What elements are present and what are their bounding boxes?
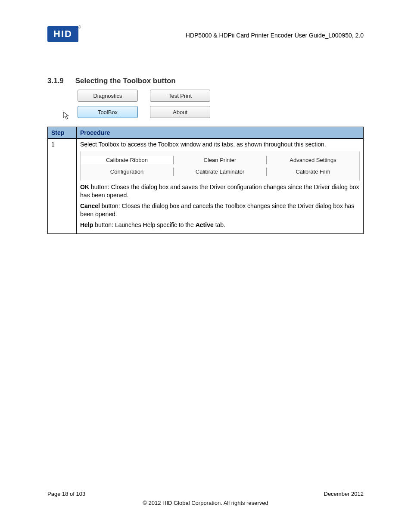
tab-calibrate-laminator[interactable]: Calibrate Laminator: [174, 168, 267, 176]
button-group: Diagnostics Test Print ToolBox About: [78, 90, 364, 118]
active-bold: Active: [196, 221, 214, 228]
help-description: Help button: Launches Help specific to t…: [80, 221, 360, 229]
toolbox-label: ToolBox: [98, 109, 118, 115]
help-end: tab.: [214, 221, 225, 228]
about-label: About: [173, 109, 187, 115]
table-header-step: Step: [48, 127, 77, 139]
tab-calibrate-ribbon[interactable]: Calibrate Ribbon: [81, 156, 174, 164]
diagnostics-label: Diagnostics: [93, 93, 122, 99]
logo: HID ®: [47, 26, 78, 42]
tab-label: Configuration: [110, 168, 143, 175]
document-title: HDP5000 & HDPii Card Printer Encoder Use…: [186, 26, 364, 39]
table-header-procedure: Procedure: [77, 127, 364, 139]
tab-label: Clean Printer: [204, 157, 237, 163]
help-text: button: Launches Help specific to the: [93, 221, 195, 228]
section-number: 3.1.9: [47, 77, 73, 85]
about-button[interactable]: About: [150, 106, 210, 118]
test-print-label: Test Print: [168, 93, 192, 99]
tab-calibrate-film[interactable]: Calibrate Film: [267, 168, 359, 176]
copyright: © 2012 HID Global Corporation. All right…: [47, 500, 364, 506]
cursor-icon: [62, 111, 70, 121]
procedure-intro: Select Toolbox to access the Toolbox win…: [80, 141, 360, 148]
procedure-cell: Select Toolbox to access the Toolbox win…: [77, 139, 364, 234]
footer-date: December 2012: [324, 491, 364, 497]
cancel-text: button: Closes the dialog box and cancel…: [80, 202, 354, 218]
page-header: HID ® HDP5000 & HDPii Card Printer Encod…: [47, 26, 364, 42]
toolbox-button[interactable]: ToolBox: [78, 106, 138, 118]
tab-label: Calibrate Ribbon: [106, 157, 148, 163]
cancel-bold: Cancel: [80, 202, 100, 209]
diagnostics-button[interactable]: Diagnostics: [78, 90, 138, 102]
tabs-container: Calibrate Ribbon Clean Printer Advanced …: [80, 151, 360, 180]
page-footer: Page 18 of 103 December 2012 © 2012 HID …: [47, 491, 364, 506]
tab-advanced-settings[interactable]: Advanced Settings: [267, 156, 359, 164]
tab-label: Calibrate Laminator: [196, 168, 244, 175]
description-block: OK button: Closes the dialog box and sav…: [80, 183, 360, 229]
page-number: Page 18 of 103: [47, 491, 85, 497]
tab-label: Calibrate Film: [296, 168, 330, 175]
tab-configuration[interactable]: Configuration: [81, 168, 174, 176]
ok-description: OK button: Closes the dialog box and sav…: [80, 183, 360, 199]
step-number: 1: [48, 139, 77, 234]
cancel-description: Cancel button: Closes the dialog box and…: [80, 202, 360, 218]
ok-text: button: Closes the dialog box and saves …: [80, 184, 359, 199]
procedure-table: Step Procedure 1 Select Toolbox to acces…: [47, 127, 364, 234]
section-title: Selecting the Toolbox button: [75, 77, 176, 85]
test-print-button[interactable]: Test Print: [150, 90, 210, 102]
tab-clean-printer[interactable]: Clean Printer: [174, 156, 267, 164]
registered-mark: ®: [78, 25, 82, 29]
help-bold: Help: [80, 221, 93, 228]
tab-label: Advanced Settings: [290, 157, 336, 163]
section-heading: 3.1.9 Selecting the Toolbox button: [47, 77, 364, 85]
logo-text: HID: [53, 28, 72, 39]
ok-bold: OK: [80, 184, 89, 190]
table-row: 1 Select Toolbox to access the Toolbox w…: [48, 139, 364, 234]
